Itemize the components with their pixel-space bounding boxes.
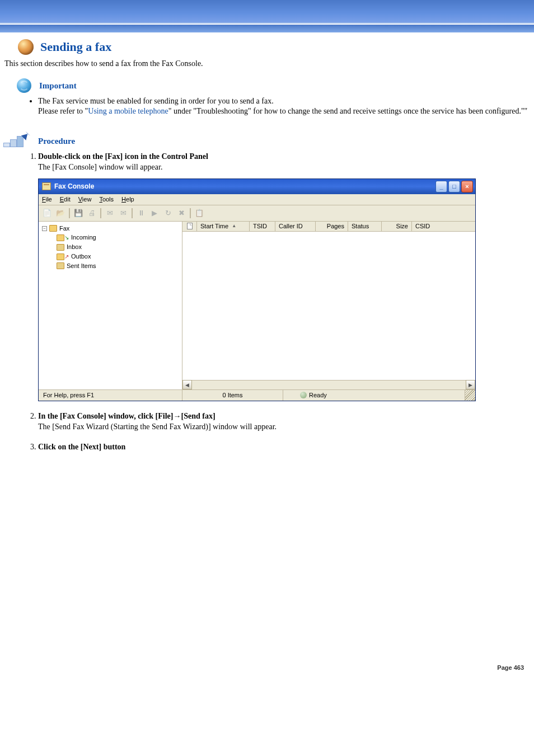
menu-view[interactable]: View <box>78 195 92 204</box>
step-1-body: The [Fax Console] window will appear. <box>38 163 162 171</box>
toolbar-sep-2 <box>100 208 101 218</box>
toolbar: 📄 📂 💾 🖨 ✉ ✉ ⏸ ▶ ↻ ✖ 📋 <box>39 205 475 222</box>
important-label: Important <box>39 81 77 91</box>
toolbar-btn-2[interactable]: 📂 <box>54 207 67 219</box>
menubar: File Edit View Tools Help <box>39 194 475 205</box>
status-help: For Help, press F1 <box>39 390 182 401</box>
outbox-arrow-icon: ↗ <box>64 253 69 261</box>
col-pages[interactable]: Pages <box>316 222 348 231</box>
menu-file[interactable]: File <box>42 195 52 204</box>
toolbar-sep-3 <box>132 208 133 218</box>
toolbar-btn-9[interactable]: ↻ <box>162 207 174 219</box>
horizontal-scrollbar[interactable]: ◀ ▶ <box>182 380 475 389</box>
fax-body: − Fax ↘ Incoming Inbox ↗ Outbox <box>39 222 475 389</box>
close-button[interactable]: × <box>461 181 473 192</box>
tree-root-label: Fax <box>59 224 69 233</box>
status-ready-label: Ready <box>309 391 327 400</box>
intro-text: This section describes how to send a fax… <box>0 57 534 78</box>
tree-inbox-label: Inbox <box>67 243 82 251</box>
titlebar[interactable]: Fax Console _ □ × <box>39 179 475 194</box>
toolbar-btn-1[interactable]: 📄 <box>41 207 53 219</box>
toolbar-btn-6[interactable]: ✉ <box>117 207 129 219</box>
toolbar-btn-8[interactable]: ▶ <box>148 207 161 219</box>
document-icon <box>187 223 193 229</box>
col-doc[interactable] <box>182 222 197 231</box>
toolbar-btn-3[interactable]: 💾 <box>72 207 85 219</box>
scroll-right-button[interactable]: ▶ <box>466 380 475 389</box>
status-ready-icon <box>300 392 307 398</box>
list-pane: Start Time▲ TSID Caller ID Pages Status … <box>182 222 475 389</box>
inbox-folder-icon <box>57 244 64 251</box>
step-2-body: The [Send Fax Wizard (Starting the Send … <box>38 422 277 431</box>
tree-outbox-label: Outbox <box>71 252 91 261</box>
col-size[interactable]: Size <box>382 222 412 231</box>
scroll-left-button[interactable]: ◀ <box>182 380 192 389</box>
tree-inbox[interactable]: Inbox <box>42 242 179 252</box>
toolbar-btn-5[interactable]: ✉ <box>104 207 116 219</box>
steps-icon <box>3 135 28 147</box>
toolbar-sep-4 <box>190 208 191 218</box>
window-title: Fax Console <box>54 182 94 191</box>
save-icon: 💾 <box>74 208 83 218</box>
new-icon: 📄 <box>43 208 51 218</box>
tree-incoming-label: Incoming <box>71 233 96 242</box>
app-icon <box>42 182 51 190</box>
tree-sentitems-label: Sent Items <box>67 262 96 270</box>
tree-outbox[interactable]: ↗ Outbox <box>42 252 179 261</box>
mail2-icon: ✉ <box>120 208 127 218</box>
tree-toggle-icon[interactable]: − <box>42 226 47 231</box>
sentitems-folder-icon <box>57 262 64 269</box>
page-title: Sending a fax <box>40 40 111 54</box>
incoming-folder-icon <box>57 234 64 241</box>
tree-sentitems[interactable]: Sent Items <box>42 261 179 271</box>
list-header: Start Time▲ TSID Caller ID Pages Status … <box>182 222 475 232</box>
mail-icon: ✉ <box>107 208 113 218</box>
tree-incoming[interactable]: ↘ Incoming <box>42 233 179 242</box>
mobile-telephone-link[interactable]: Using a mobile telephone <box>88 107 168 115</box>
col-csid[interactable]: CSID <box>412 222 475 231</box>
col-starttime[interactable]: Start Time▲ <box>197 222 250 231</box>
important-item: The Fax service must be enabled for send… <box>38 96 534 118</box>
important-line-2a: Please refer to " <box>38 107 88 115</box>
important-list: The Fax service must be enabled for send… <box>0 96 534 118</box>
toolbar-btn-11[interactable]: 📋 <box>193 207 205 219</box>
menu-tools[interactable]: Tools <box>99 195 114 204</box>
status-ready: Ready <box>283 390 465 401</box>
print-icon: 🖨 <box>88 208 96 218</box>
globe-icon <box>17 78 31 93</box>
col-callerid[interactable]: Caller ID <box>275 222 316 231</box>
col-tsid[interactable]: TSID <box>250 222 275 231</box>
list-content <box>182 232 475 380</box>
sort-asc-icon: ▲ <box>232 223 236 229</box>
procedure-label: Procedure <box>38 137 75 146</box>
toolbar-btn-4[interactable]: 🖨 <box>86 207 98 219</box>
fax-folder-icon <box>49 225 57 232</box>
outbox-folder-icon <box>57 253 64 260</box>
step-1: Double-click on the [Fax] icon in the Co… <box>38 152 534 401</box>
page-footer: Page 463 <box>0 463 534 677</box>
tree-root[interactable]: − Fax <box>42 224 179 233</box>
step-2: In the [Fax Console] window, click [File… <box>38 411 534 433</box>
procedure-row: Procedure <box>0 118 534 152</box>
steps-list: Double-click on the [Fax] icon in the Co… <box>0 152 534 453</box>
status-items: 0 Items <box>182 390 283 401</box>
incoming-arrow-icon: ↘ <box>64 234 69 242</box>
tree-pane: − Fax ↘ Incoming Inbox ↗ Outbox <box>39 222 182 389</box>
step-2-title: In the [Fax Console] window, click [File… <box>38 412 216 420</box>
top-banner <box>0 0 534 24</box>
toolbar-btn-7[interactable]: ⏸ <box>135 207 147 219</box>
resume-icon: ▶ <box>152 208 157 218</box>
menu-edit[interactable]: Edit <box>60 195 71 204</box>
important-line-2b: " under "Troubleshooting" for how to cha… <box>168 107 528 115</box>
resize-grip[interactable] <box>465 390 475 401</box>
maximize-button[interactable]: □ <box>448 181 460 192</box>
col-status[interactable]: Status <box>348 222 382 231</box>
minimize-button[interactable]: _ <box>435 181 447 192</box>
important-row: Important <box>0 78 534 96</box>
menu-help[interactable]: Help <box>121 195 134 204</box>
step-1-title: Double-click on the [Fax] icon in the Co… <box>38 152 208 161</box>
fax-console-window: Fax Console _ □ × File Edit View Tools H… <box>38 179 476 401</box>
sphere-icon <box>18 39 34 55</box>
toolbar-btn-10[interactable]: ✖ <box>175 207 188 219</box>
statusbar: For Help, press F1 0 Items Ready <box>39 389 475 401</box>
